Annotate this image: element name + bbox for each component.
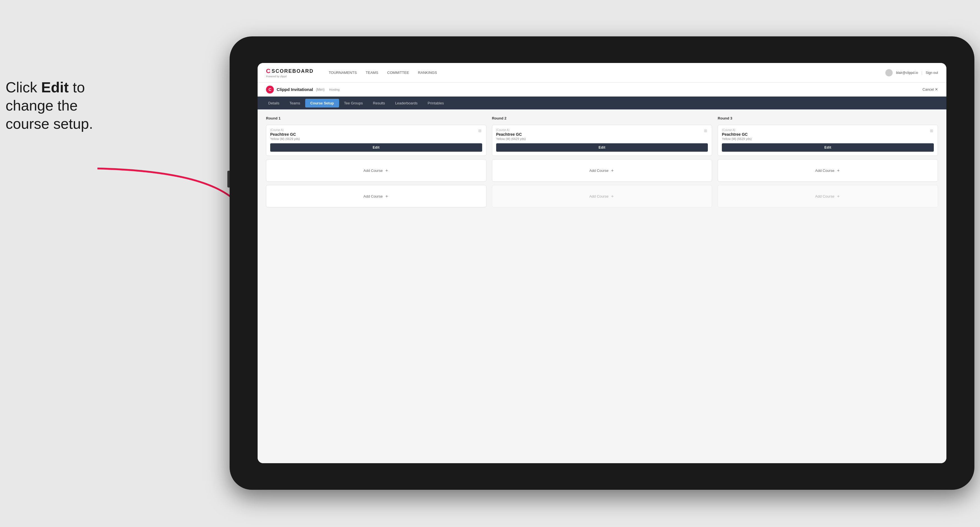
round-2-edit-button[interactable]: Edit xyxy=(496,143,708,152)
tab-bar: Details Teams Course Setup Tee Groups Re… xyxy=(258,97,947,110)
logo-subtitle: Powered by clippd xyxy=(266,75,313,78)
round-1-delete-icon[interactable]: ⊞ xyxy=(477,128,483,133)
main-content: Round 1 (Course A) Peachtree GC Yellow (… xyxy=(258,110,947,463)
round-3-delete-icon[interactable]: ⊞ xyxy=(929,128,934,133)
round-1-add-course-1-text: Add Course ＋ xyxy=(363,168,389,173)
round-1-course-card: (Course A) Peachtree GC Yellow (M) (6629… xyxy=(266,125,486,156)
round-3-plus-icon-2: ＋ xyxy=(836,194,840,198)
round-3-add-course-1-text: Add Course ＋ xyxy=(815,168,840,173)
user-email: blair@clippd.io xyxy=(896,71,918,75)
logo-title: SCOREBOARD xyxy=(272,68,313,74)
round-1-add-course-1[interactable]: Add Course ＋ xyxy=(266,159,486,182)
tab-details[interactable]: Details xyxy=(263,99,285,108)
tablet-frame: C SCOREBOARD Powered by clippd TOURNAMEN… xyxy=(230,37,974,490)
tab-teams[interactable]: Teams xyxy=(285,99,305,108)
round-3-column: Round 3 (Course A) Peachtree GC Yellow (… xyxy=(718,116,938,207)
round-2-add-course-1-text: Add Course ＋ xyxy=(589,168,615,173)
sign-out-link[interactable]: Sign out xyxy=(926,71,938,75)
sub-header: C Clippd Invitational (Men) Hosting Canc… xyxy=(258,83,947,97)
round-1-plus-icon-2: ＋ xyxy=(385,194,389,198)
round-1-add-course-2[interactable]: Add Course ＋ xyxy=(266,185,486,207)
round-3-add-course-2-text: Add Course ＋ xyxy=(815,194,840,198)
bold-edit: Edit xyxy=(41,79,68,95)
round-3-plus-icon-1: ＋ xyxy=(836,168,840,173)
nav-links: TOURNAMENTS TEAMS COMMITTEE RANKINGS xyxy=(325,69,885,76)
round-1-plus-icon-1: ＋ xyxy=(385,168,389,173)
round-2-add-course-1[interactable]: Add Course ＋ xyxy=(492,159,712,182)
round-1-column: Round 1 (Course A) Peachtree GC Yellow (… xyxy=(266,116,486,207)
instruction-text: Click Edit tochange thecourse setup. xyxy=(6,78,123,133)
round-2-add-course-2: Add Course ＋ xyxy=(492,185,712,207)
nav-teams[interactable]: TEAMS xyxy=(362,69,382,76)
tournament-gender: (Men) xyxy=(316,87,325,92)
round-2-course-card: (Course A) Peachtree GC Yellow (M) (6629… xyxy=(492,125,712,156)
tab-course-setup[interactable]: Course Setup xyxy=(305,99,339,108)
round-1-course-label: (Course A) xyxy=(270,129,482,132)
tournament-name: Clippd Invitational xyxy=(277,87,313,92)
nav-committee[interactable]: COMMITTEE xyxy=(383,69,413,76)
round-1-label: Round 1 xyxy=(266,116,486,121)
round-2-label: Round 2 xyxy=(492,116,712,121)
round-2-plus-icon-2: ＋ xyxy=(610,194,615,198)
tab-printables[interactable]: Printables xyxy=(423,99,449,108)
round-1-add-course-2-text: Add Course ＋ xyxy=(363,194,389,198)
round-2-course-name: Peachtree GC xyxy=(496,132,708,137)
cancel-button[interactable]: Cancel ✕ xyxy=(923,87,938,92)
round-3-add-course-1[interactable]: Add Course ＋ xyxy=(718,159,938,182)
nav-right: blair@clippd.io | Sign out xyxy=(885,69,938,76)
nav-rankings[interactable]: RANKINGS xyxy=(414,69,441,76)
user-avatar xyxy=(885,69,892,76)
round-3-course-name: Peachtree GC xyxy=(722,132,934,137)
round-1-edit-button[interactable]: Edit xyxy=(270,143,482,152)
round-2-course-label: (Course A) xyxy=(496,129,708,132)
rounds-container: Round 1 (Course A) Peachtree GC Yellow (… xyxy=(266,116,938,207)
app-icon: C xyxy=(266,86,274,94)
round-2-course-details: Yellow (M) (6629 yds) xyxy=(496,137,708,141)
sub-header-left: C Clippd Invitational (Men) Hosting xyxy=(266,86,340,94)
hosting-badge: Hosting xyxy=(329,88,339,91)
round-3-course-card: (Course A) Peachtree GC Yellow (M) (6629… xyxy=(718,125,938,156)
tab-results[interactable]: Results xyxy=(368,99,390,108)
logo-area: C SCOREBOARD Powered by clippd xyxy=(266,67,313,78)
round-2-add-course-2-text: Add Course ＋ xyxy=(589,194,615,198)
nav-tournaments[interactable]: TOURNAMENTS xyxy=(325,69,361,76)
logo-letter: C xyxy=(266,67,270,75)
round-3-course-details: Yellow (M) (6629 yds) xyxy=(722,137,934,141)
round-1-course-name: Peachtree GC xyxy=(270,132,482,137)
round-3-add-course-2: Add Course ＋ xyxy=(718,185,938,207)
tab-leaderboards[interactable]: Leaderboards xyxy=(390,99,423,108)
round-3-edit-button[interactable]: Edit xyxy=(722,143,934,152)
round-2-column: Round 2 (Course A) Peachtree GC Yellow (… xyxy=(492,116,712,207)
tablet-screen: C SCOREBOARD Powered by clippd TOURNAMEN… xyxy=(258,63,947,463)
round-1-course-details: Yellow (M) (6629 yds) xyxy=(270,137,482,141)
tab-tee-groups[interactable]: Tee Groups xyxy=(339,99,368,108)
round-3-label: Round 3 xyxy=(718,116,938,121)
round-2-plus-icon-1: ＋ xyxy=(610,168,615,173)
top-nav: C SCOREBOARD Powered by clippd TOURNAMEN… xyxy=(258,63,947,83)
round-2-delete-icon[interactable]: ⊞ xyxy=(703,128,708,133)
round-3-course-label: (Course A) xyxy=(722,129,934,132)
